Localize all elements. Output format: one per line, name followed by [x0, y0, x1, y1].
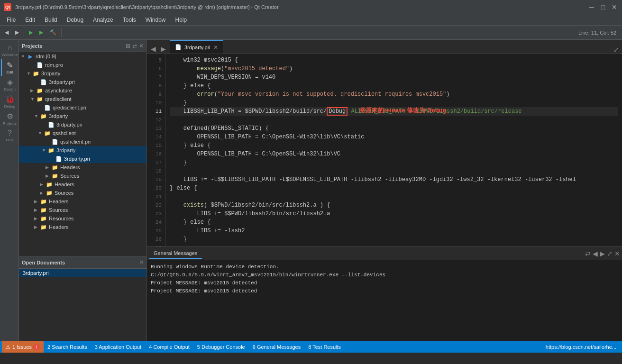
- tree-item-rdm-pro[interactable]: 📄 rdm.pro: [19, 61, 146, 69]
- tree-item-3rdparty-pri-root[interactable]: 📄 3rdparty.pri: [19, 78, 146, 86]
- menu-item-debug[interactable]: Debug: [62, 16, 88, 24]
- compile-output-status[interactable]: 4 Compile Output: [145, 341, 193, 353]
- code-line-22: exists( $$PWD/libssh2/bin/src/libssh2.a …: [170, 201, 618, 209]
- tree-item-3rdparty-root[interactable]: ▼ 📁 3rdparty: [19, 69, 146, 78]
- tree-item-3rdparty-qredis[interactable]: ▼ 📁 3rdparty: [19, 112, 146, 120]
- tree-item-3rdparty-pri-qredis[interactable]: 📄 3rdparty.pri: [19, 120, 146, 129]
- app-icon: Qt: [4, 3, 11, 11]
- bottom-prev-icon[interactable]: ◀: [593, 250, 598, 257]
- folder-icon: 📁: [44, 130, 51, 136]
- code-editor: 5 6 7 8 9 10 11 12 13 14 15 16 17 18 19 …: [147, 54, 622, 246]
- sidebar-design-btn[interactable]: ◈ Design: [1, 76, 18, 93]
- tree-arrow: ▼: [34, 114, 40, 118]
- filter-icon[interactable]: ⊞: [126, 43, 130, 49]
- close-button[interactable]: ✕: [611, 3, 618, 11]
- titlebar: Qt 3rdparty.pri (D:\rdm0.9.5\rdm\3rdpart…: [0, 0, 622, 14]
- line-num-7: 7: [147, 73, 162, 82]
- sync-icon[interactable]: ⇄: [132, 43, 137, 49]
- debugger-console-status[interactable]: 5 Debugger Console: [193, 341, 249, 353]
- tree-item-headers-qredis[interactable]: ▶ 📁 Headers: [19, 180, 146, 189]
- tree-arrow: ▼: [38, 131, 44, 136]
- tree-item-headers-bottom[interactable]: ▶ 📁 Headers: [19, 223, 146, 231]
- open-doc-item[interactable]: 3rdparty.pri: [19, 269, 146, 277]
- code-line-15: } else {: [170, 141, 618, 150]
- tree-item-resources[interactable]: ▶ 📁 Resources: [19, 214, 146, 223]
- tree-item-headers-qredis2[interactable]: ▶ 📁 Headers: [19, 197, 146, 206]
- tree-item-qsshclient[interactable]: ▼ 📁 qsshclient: [19, 129, 146, 137]
- bottom-maximize-icon[interactable]: ⤢: [607, 250, 613, 257]
- tab-prev-button[interactable]: ◀: [149, 44, 158, 54]
- tree-label: Headers: [49, 199, 69, 204]
- maximize-editor-button[interactable]: ⤢: [613, 46, 619, 54]
- menu-item-tools[interactable]: Tools: [118, 16, 141, 24]
- tree-item-3rdparty-qssh[interactable]: ▼ 📁 3rdparty: [19, 146, 146, 155]
- bottom-sync-icon[interactable]: ⇄: [585, 250, 591, 257]
- code-line-23: LIBS += $$PWD/libssh2/bin/src/libssh2.a: [170, 209, 618, 218]
- tree-arrow: ▶: [40, 182, 46, 187]
- line-num-9: 9: [147, 90, 162, 99]
- maximize-button[interactable]: □: [599, 3, 607, 11]
- file-icon: 📄: [55, 155, 63, 162]
- search-results-status[interactable]: 2 Search Results: [44, 341, 91, 353]
- bottom-close-icon[interactable]: ✕: [614, 250, 620, 257]
- bottom-tab-general-messages[interactable]: General Messages: [149, 248, 202, 259]
- tree-label: 3rdparty.pri: [64, 156, 90, 162]
- sidebar-projects-btn[interactable]: ⚙ Projects: [1, 110, 18, 127]
- tree-item-rdm[interactable]: ▼ ▶ rdm [0.9]: [19, 52, 146, 61]
- tree-arrow: [46, 139, 51, 144]
- menu-item-analyze[interactable]: Analyze: [88, 16, 118, 24]
- tree-label: 3rdparty.pri: [49, 79, 75, 85]
- debug-run-button[interactable]: ▶: [37, 28, 46, 36]
- help-icon: ?: [8, 129, 12, 137]
- editor-tab-3rdparty[interactable]: 📄 3rdparty.pri ✕: [170, 40, 223, 54]
- sidebar-edit-btn[interactable]: ✎ Edit: [1, 59, 18, 76]
- build-button[interactable]: 🔨: [47, 28, 59, 36]
- bottom-next-icon[interactable]: ▶: [600, 250, 605, 257]
- tree-item-3rdparty-pri-qssh[interactable]: 📄 3rdparty.pri: [19, 155, 146, 163]
- app-output-status[interactable]: 3 Application Output: [91, 341, 145, 353]
- tree-arrow: [34, 80, 40, 84]
- back-button[interactable]: ◀: [2, 28, 11, 36]
- code-content[interactable]: win32-msvc2015 { message("msvc2015 detec…: [166, 54, 622, 246]
- sidebar-welcome-btn[interactable]: ⌂ Welcome: [1, 42, 18, 59]
- sidebar-debug-btn[interactable]: 🐞 Debug: [1, 93, 18, 110]
- issues-status[interactable]: ⚠ 1 Issues 1: [2, 341, 44, 353]
- sidebar-help-btn[interactable]: ? Help: [1, 127, 18, 144]
- line-num-18: 18: [147, 167, 162, 175]
- folder-icon: 📁: [47, 147, 55, 154]
- menu-item-window[interactable]: Window: [141, 16, 171, 24]
- tree-item-sources-qredis[interactable]: ▶ 📁 Sources: [19, 189, 146, 197]
- tree-item-sources-qredis2[interactable]: ▶ 📁 Sources: [19, 206, 146, 214]
- menu-item-help[interactable]: Help: [171, 16, 192, 24]
- tree-item-asyncfuture[interactable]: ▶ 📁 asyncfuture: [19, 86, 146, 95]
- tree-label: rdm.pro: [45, 62, 63, 68]
- forward-button[interactable]: ▶: [12, 28, 22, 36]
- menu-item-edit[interactable]: Edit: [20, 16, 40, 24]
- line-col-info: Line: 11, Col: 52: [578, 30, 616, 36]
- tree-item-headers-qssh[interactable]: ▶ 📁 Headers: [19, 163, 146, 172]
- toolbar: ◀ ▶ ▶ ▶ 🔨 Line: 11, Col: 52: [0, 26, 622, 40]
- tree-item-qsshclient-pri[interactable]: 📄 qsshclient.pri: [19, 137, 146, 146]
- general-messages-status[interactable]: 6 General Messages: [249, 341, 305, 353]
- tree-label: asyncfuture: [45, 88, 72, 93]
- issues-icon: ⚠: [6, 344, 10, 350]
- run-button[interactable]: ▶: [26, 28, 36, 36]
- tree-label: rdm [0.9]: [36, 54, 56, 59]
- menu-item-file[interactable]: File: [2, 16, 20, 24]
- toolbar-separator2: [61, 28, 62, 37]
- tab-next-button[interactable]: ▶: [159, 44, 168, 54]
- test-results-status[interactable]: 8 Test Results: [304, 341, 345, 353]
- tree-item-qredisclient-pri[interactable]: 📄 qredisclient.pri: [19, 103, 146, 112]
- tree-item-qredisclient[interactable]: ▼ 📁 qredisclient: [19, 95, 146, 103]
- tab-close-icon[interactable]: ✕: [213, 44, 218, 51]
- close-panel-icon[interactable]: ✕: [139, 43, 144, 49]
- tree-arrow: ▶: [34, 208, 40, 212]
- tree-arrow: ▶: [46, 165, 51, 170]
- menu-item-build[interactable]: Build: [40, 16, 62, 24]
- minimize-button[interactable]: ─: [588, 3, 595, 11]
- main-layout: ⌂ Welcome ✎ Edit ◈ Design 🐞 Debug ⚙ Proj…: [0, 40, 622, 341]
- close-docs-icon[interactable]: ✕: [139, 259, 144, 265]
- bottom-panel: General Messages ⇄ ◀ ▶ ⤢ ✕ Running Windo…: [147, 246, 622, 341]
- tree-item-sources-qssh[interactable]: ▶ 📁 Sources: [19, 172, 146, 180]
- project-panel-title: Projects: [22, 43, 126, 49]
